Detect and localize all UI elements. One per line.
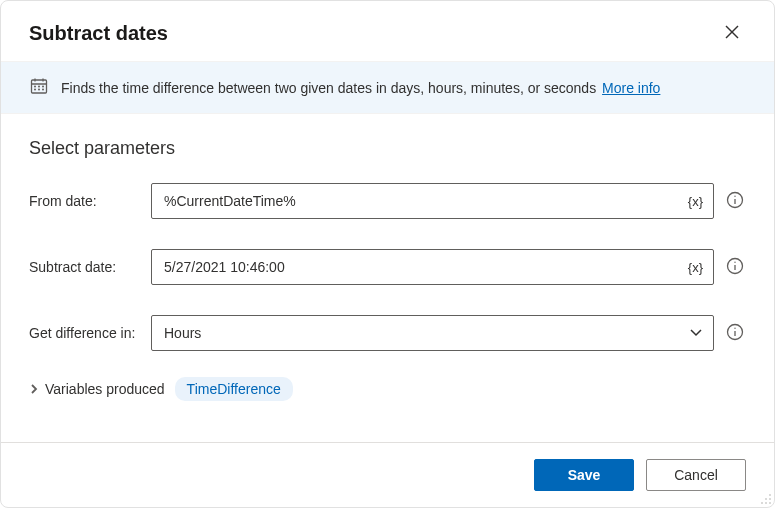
svg-point-21 xyxy=(769,494,771,496)
save-button[interactable]: Save xyxy=(534,459,634,491)
variable-chip-timedifference[interactable]: TimeDifference xyxy=(175,377,293,401)
input-from-date[interactable]: %CurrentDateTime% {x} xyxy=(151,183,714,219)
svg-point-23 xyxy=(769,498,771,500)
info-icon xyxy=(726,323,744,344)
section-title: Select parameters xyxy=(29,138,746,159)
input-from-date-value: %CurrentDateTime% xyxy=(164,193,296,209)
svg-point-20 xyxy=(734,327,735,328)
svg-point-22 xyxy=(765,498,767,500)
variable-token-icon[interactable]: {x} xyxy=(688,260,703,275)
info-icon xyxy=(726,191,744,212)
svg-point-26 xyxy=(769,502,771,504)
input-subtract-date[interactable]: 5/27/2021 10:46:00 {x} xyxy=(151,249,714,285)
info-get-difference[interactable] xyxy=(724,322,746,344)
banner-text: Finds the time difference between two gi… xyxy=(61,80,660,96)
svg-point-14 xyxy=(734,195,735,196)
dialog-header: Subtract dates xyxy=(1,1,774,61)
row-subtract-date: Subtract date: 5/27/2021 10:46:00 {x} xyxy=(29,249,746,285)
banner-text-content: Finds the time difference between two gi… xyxy=(61,80,596,96)
row-from-date: From date: %CurrentDateTime% {x} xyxy=(29,183,746,219)
calendar-icon xyxy=(29,76,49,99)
label-subtract-date: Subtract date: xyxy=(29,259,151,275)
parameters-section: Select parameters From date: %CurrentDat… xyxy=(1,114,774,442)
info-icon xyxy=(726,257,744,278)
label-from-date: From date: xyxy=(29,193,151,209)
dialog-subtract-dates: Subtract dates Finds the time diffe xyxy=(0,0,775,508)
svg-point-24 xyxy=(761,502,763,504)
label-get-difference: Get difference in: xyxy=(29,325,151,341)
row-get-difference: Get difference in: Hours xyxy=(29,315,746,351)
variables-expander[interactable]: Variables produced xyxy=(29,381,165,397)
chevron-down-icon xyxy=(689,325,703,342)
dialog-footer: Save Cancel xyxy=(1,442,774,507)
more-info-link[interactable]: More info xyxy=(602,80,660,96)
select-get-difference[interactable]: Hours xyxy=(151,315,714,351)
variables-produced-row: Variables produced TimeDifference xyxy=(29,377,746,401)
resize-grip-icon[interactable] xyxy=(758,491,772,505)
close-icon xyxy=(725,25,739,42)
select-get-difference-value: Hours xyxy=(164,325,201,341)
svg-point-25 xyxy=(765,502,767,504)
chevron-right-icon xyxy=(29,381,39,397)
info-from-date[interactable] xyxy=(724,190,746,212)
input-subtract-date-value: 5/27/2021 10:46:00 xyxy=(164,259,285,275)
info-banner: Finds the time difference between two gi… xyxy=(1,61,774,114)
close-button[interactable] xyxy=(718,19,746,47)
variable-token-icon[interactable]: {x} xyxy=(688,194,703,209)
cancel-button[interactable]: Cancel xyxy=(646,459,746,491)
dialog-title: Subtract dates xyxy=(29,22,168,45)
info-subtract-date[interactable] xyxy=(724,256,746,278)
variables-label: Variables produced xyxy=(45,381,165,397)
svg-point-17 xyxy=(734,261,735,262)
